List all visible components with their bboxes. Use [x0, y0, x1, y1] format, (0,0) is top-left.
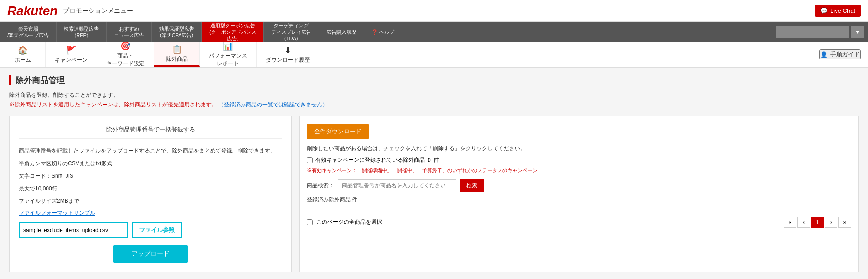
page-title-bar: 除外商品管理: [9, 75, 859, 86]
header: Rakuten プロモーションメニュー 💬 Live Chat: [0, 0, 868, 22]
second-nav-item-performance-report[interactable]: 📊 パフォーマンスレポート: [200, 42, 257, 67]
pagination-current[interactable]: 1: [811, 217, 824, 228]
live-chat-button[interactable]: 💬 Live Chat: [815, 5, 861, 17]
pagination: « ‹ 1 › »: [784, 217, 851, 228]
active-exclusion-count: 0: [428, 157, 431, 163]
file-format-link[interactable]: ファイルフォーマットサンプル: [19, 210, 95, 216]
file-browse-button[interactable]: ファイル参照: [132, 222, 182, 238]
page-title: 除外商品管理: [16, 75, 65, 86]
guide-btn-area: 👤 手順ガイド: [812, 42, 868, 67]
top-nav-item-targeting[interactable]: ターゲティングディスプレイ広告(TDA): [264, 22, 319, 42]
page-content: 除外商品管理 除外商品を登録、削除することができます。 ※除外商品リストを適用し…: [0, 68, 868, 279]
left-panel: 除外商品管理番号で一括登録する 商品管理番号を記載したファイルをアップロードする…: [9, 116, 292, 272]
search-button[interactable]: 検索: [460, 179, 484, 192]
panel-desc2: 半角カンマ区切りのCSVまたはtxt形式: [19, 159, 282, 169]
second-nav-label-campaign: キャンペーン: [55, 56, 88, 64]
panel-title: 除外商品管理番号で一括登録する: [19, 126, 282, 139]
title-accent: [9, 75, 11, 85]
chat-icon: 💬: [820, 7, 827, 14]
search-row: 商品検索： 検索: [307, 179, 851, 192]
promo-title: プロモーションメニュー: [63, 7, 133, 15]
live-chat-label: Live Chat: [830, 7, 855, 14]
rakuten-logo: Rakuten: [7, 4, 57, 18]
second-nav-item-download-history[interactable]: ⬇ ダウンロード履歴: [257, 42, 319, 67]
guide-button[interactable]: 👤 手順ガイド: [819, 49, 861, 59]
main-area: 除外商品管理番号で一括登録する 商品管理番号を記載したファイルをアップロードする…: [9, 116, 859, 272]
page-description: 除外商品を登録、削除することができます。: [9, 91, 859, 99]
pagination-next[interactable]: ›: [825, 217, 837, 228]
upload-button[interactable]: アップロード: [113, 245, 188, 263]
right-panel: 全件ダウンロード 削除したい商品がある場合は、チェックを入れて「削除する」をクリ…: [299, 116, 859, 272]
second-nav-item-campaign[interactable]: 🚩 キャンペーン: [46, 42, 97, 67]
top-nav-item-recommend[interactable]: おすすめニュース広告: [107, 22, 152, 42]
panel-desc3: 文字コード：Shift_JIS: [19, 171, 282, 181]
second-nav-label-excluded: 除外商品: [166, 55, 188, 63]
download-icon: ⬇: [284, 45, 291, 55]
active-exclusion-checkbox[interactable]: [307, 157, 313, 163]
upload-btn-row: アップロード: [19, 245, 282, 263]
pagination-prev[interactable]: ‹: [797, 217, 810, 228]
search-label: 商品検索：: [307, 182, 334, 190]
home-icon: 🏠: [18, 45, 28, 55]
top-nav-item-rakuten-market[interactable]: 楽天市場/楽天グループ広告: [0, 22, 57, 42]
panel-desc4: 最大で10,000行: [19, 184, 282, 194]
active-exclusion-row: 有効キャンペーンに登録されている除外商品 0 件: [307, 156, 851, 164]
registered-row: 登録済み除外商品 件: [307, 196, 851, 204]
pagination-first[interactable]: «: [784, 217, 796, 228]
second-nav-label-performance: パフォーマンスレポート: [209, 52, 247, 68]
product-icon: 🎯: [120, 41, 130, 51]
second-nav-item-product-keyword[interactable]: 🎯 商品・キーワード設定: [97, 42, 154, 67]
second-nav-item-home[interactable]: 🏠 ホーム: [0, 42, 46, 67]
registered-label: 登録済み除外商品: [307, 196, 351, 203]
performance-icon: 📊: [223, 41, 233, 51]
active-exclusion-label: 有効キャンペーンに登録されている除外商品: [315, 156, 425, 164]
panel-desc1: 商品管理番号を記載したファイルをアップロードすることで、除外商品をまとめて登録、…: [19, 146, 282, 156]
search-input[interactable]: [338, 179, 456, 191]
select-all-row: このページの全商品を選択: [307, 218, 382, 226]
top-search-dropdown[interactable]: ▼: [851, 26, 864, 38]
page-warning: ※除外商品リストを適用したキャンペーンは、除外商品リストが優先適用されます。 （…: [9, 101, 859, 109]
top-nav-item-coupon-advance[interactable]: 適用型クーポン広告(クーポンアドバンス広告): [202, 22, 264, 42]
warning-link[interactable]: （登録済み商品の一覧では確認できません）: [218, 101, 328, 108]
active-exclusion-unit: 件: [434, 156, 439, 164]
top-search-input[interactable]: [776, 26, 849, 38]
select-all-checkbox[interactable]: [307, 219, 313, 225]
pagination-last[interactable]: »: [838, 217, 851, 228]
second-nav-item-excluded-products[interactable]: 📋 除外商品: [154, 42, 200, 67]
select-all-label: このページの全商品を選択: [316, 218, 382, 226]
bottom-row: このページの全商品を選択 « ‹ 1 › »: [307, 211, 851, 228]
top-nav-item-performance[interactable]: 効果保証型広告(楽天CPA広告): [152, 22, 202, 42]
guide-icon: 👤: [820, 51, 827, 58]
second-nav-label-product: 商品・キーワード設定: [106, 52, 145, 68]
right-panel-desc: 削除したい商品がある場合は、チェックを入れて「削除する」をクリックしてください。: [307, 145, 851, 153]
top-nav-item-history[interactable]: 広告購入履歴: [319, 22, 364, 42]
download-all-button[interactable]: 全件ダウンロード: [307, 124, 369, 139]
second-nav: 🏠 ホーム 🚩 キャンペーン 🎯 商品・キーワード設定 📋 除外商品 📊 パフォ…: [0, 42, 868, 68]
second-nav-label-home: ホーム: [15, 56, 31, 64]
top-nav-item-rpp[interactable]: 検索連動型広告(RPP): [57, 22, 107, 42]
panel-desc5: ファイルサイズ2MBまで: [19, 196, 282, 206]
campaign-icon: 🚩: [66, 45, 76, 55]
guide-label: 手順ガイド: [830, 50, 860, 58]
top-nav-item-help[interactable]: ❓ ヘルプ: [364, 22, 402, 42]
warning-note: ※有効キャンペーン：「開催準備中」「開催中」「予算終了」のいずれかのステータスの…: [307, 167, 851, 174]
top-nav-search-area: ▼: [773, 22, 868, 42]
file-input-row: ファイル参照: [19, 222, 282, 238]
registered-unit: 件: [352, 196, 357, 203]
file-input[interactable]: [19, 222, 128, 238]
top-nav: 楽天市場/楽天グループ広告 検索連動型広告(RPP) おすすめニュース広告 効果…: [0, 22, 868, 42]
second-nav-label-download: ダウンロード履歴: [266, 56, 310, 64]
excluded-icon: 📋: [172, 44, 182, 54]
